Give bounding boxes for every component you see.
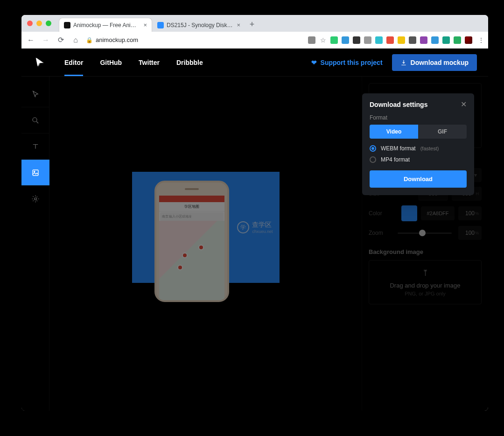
forward-icon[interactable]: → bbox=[41, 36, 50, 44]
label-color: Color bbox=[369, 210, 391, 217]
seg-gif[interactable]: GIF bbox=[418, 125, 467, 139]
watermark-text: 查学区 bbox=[252, 221, 273, 229]
tab-title: Animockup — Free Animated Mockup Maker bbox=[73, 22, 140, 28]
star-icon[interactable]: ☆ bbox=[319, 36, 327, 44]
ext-icon[interactable] bbox=[375, 36, 383, 44]
download-icon bbox=[400, 59, 407, 66]
zoom-input[interactable]: 100% bbox=[458, 226, 482, 240]
download-settings-popover: Download settings ✕ Format Video GIF WEB… bbox=[362, 93, 474, 195]
close-window-icon[interactable] bbox=[27, 21, 33, 26]
ext-icon[interactable] bbox=[330, 36, 338, 44]
bg-dropzone[interactable]: ⤒ Drag and drop your image PNG, or JPG o… bbox=[369, 260, 482, 304]
watermark-sub: chxueu.net bbox=[252, 229, 273, 234]
tool-text[interactable] bbox=[21, 134, 49, 160]
svg-point-3 bbox=[34, 198, 36, 200]
favicon-icon bbox=[64, 22, 70, 28]
color-opacity-input[interactable]: 100% bbox=[458, 206, 482, 220]
nav-github[interactable]: GitHub bbox=[100, 49, 122, 76]
support-label: Support this project bbox=[321, 59, 383, 66]
close-tab-icon[interactable]: × bbox=[234, 21, 240, 28]
upload-icon: ⤒ bbox=[373, 268, 477, 278]
app-header: Editor GitHub Twitter Dribbble ❤ Support… bbox=[21, 49, 488, 77]
close-tab-icon[interactable]: × bbox=[140, 21, 147, 28]
nav-editor[interactable]: Editor bbox=[64, 49, 83, 76]
address-bar[interactable]: 🔒 animockup.com bbox=[86, 36, 138, 43]
option-label: WEBM format bbox=[381, 145, 416, 152]
device-frame: 学区地图 南京 输入小区或地址 bbox=[154, 181, 229, 302]
ext-icon[interactable] bbox=[442, 36, 450, 44]
option-label: MP4 format bbox=[381, 156, 410, 163]
ext-icon[interactable] bbox=[386, 36, 394, 44]
profile-avatar[interactable] bbox=[465, 36, 472, 44]
option-mp4[interactable]: MP4 format bbox=[370, 156, 467, 163]
browser-tab-active[interactable]: Animockup — Free Animated Mockup Maker × bbox=[59, 18, 152, 32]
tab-title: DS215J - Synology DiskStation bbox=[167, 22, 234, 28]
popover-title: Download settings bbox=[370, 101, 427, 108]
ext-icon[interactable] bbox=[353, 36, 360, 44]
slider-thumb[interactable] bbox=[419, 230, 426, 236]
chevron-down-icon: ▾ bbox=[474, 172, 477, 178]
label-format: Format bbox=[370, 114, 467, 121]
color-hex-input[interactable]: #2A8DFF bbox=[421, 206, 455, 220]
minimize-window-icon[interactable] bbox=[36, 21, 42, 26]
nav-twitter[interactable]: Twitter bbox=[139, 49, 160, 76]
download-mockup-button[interactable]: Download mockup bbox=[392, 54, 477, 71]
header-nav: Editor GitHub Twitter Dribbble bbox=[64, 49, 203, 76]
heart-icon: ❤ bbox=[311, 59, 317, 66]
tool-cursor[interactable] bbox=[21, 81, 49, 107]
svg-rect-1 bbox=[33, 170, 38, 176]
svg-point-2 bbox=[34, 171, 35, 172]
favicon-icon bbox=[157, 22, 164, 28]
canvas-watermark: 学 查学区 chxueu.net bbox=[237, 221, 273, 234]
radio-icon bbox=[370, 145, 376, 152]
browser-tabstrip: Animockup — Free Animated Mockup Maker ×… bbox=[21, 15, 488, 32]
zoom-slider[interactable] bbox=[398, 232, 452, 234]
ext-icon[interactable] bbox=[454, 36, 461, 44]
download-button[interactable]: Download bbox=[370, 170, 467, 188]
ext-icon[interactable] bbox=[409, 36, 416, 44]
lock-icon: 🔒 bbox=[86, 37, 93, 43]
svg-point-0 bbox=[33, 118, 37, 122]
extension-icons: ☆ ⋮ bbox=[308, 36, 483, 44]
app-logo[interactable] bbox=[33, 56, 46, 69]
canvas-area[interactable]: 学区地图 南京 输入小区或地址 学 查学区 bbox=[49, 77, 362, 411]
nav-dribbble[interactable]: Dribbble bbox=[176, 49, 203, 76]
close-icon[interactable]: ✕ bbox=[461, 100, 467, 109]
dropzone-label: Drag and drop your image bbox=[373, 282, 477, 289]
ext-icon[interactable] bbox=[420, 36, 427, 44]
radio-icon bbox=[370, 156, 376, 163]
phone-search: 南京 输入小区或地址 bbox=[160, 212, 224, 221]
ext-icon[interactable] bbox=[364, 36, 371, 44]
reload-icon[interactable]: ⟳ bbox=[56, 35, 65, 44]
back-icon[interactable]: ← bbox=[26, 36, 35, 44]
tool-zoom[interactable] bbox=[21, 107, 49, 134]
browser-tab[interactable]: DS215J - Synology DiskStation × bbox=[152, 18, 245, 32]
tool-image[interactable] bbox=[21, 160, 49, 186]
tool-rail bbox=[21, 77, 49, 411]
menu-icon[interactable]: ⋮ bbox=[476, 36, 483, 44]
browser-toolbar: ← → ⟳ ⌂ 🔒 animockup.com ☆ ⋮ bbox=[21, 32, 488, 49]
phone-title: 学区地图 bbox=[159, 202, 224, 211]
label-zoom: Zoom bbox=[369, 230, 391, 236]
window-controls[interactable] bbox=[27, 21, 51, 26]
tool-settings[interactable] bbox=[21, 186, 49, 212]
home-icon[interactable]: ⌂ bbox=[71, 36, 80, 44]
url-text: animockup.com bbox=[96, 36, 138, 43]
option-hint: (fastest) bbox=[420, 146, 439, 151]
new-tab-button[interactable]: + bbox=[245, 18, 259, 31]
seg-video[interactable]: Video bbox=[370, 125, 418, 139]
download-label: Download mockup bbox=[411, 59, 469, 66]
format-segmented: Video GIF bbox=[370, 125, 467, 139]
option-webm[interactable]: WEBM format (fastest) bbox=[370, 145, 467, 152]
section-bg-image: Background image bbox=[369, 248, 482, 255]
ext-icon[interactable] bbox=[398, 36, 405, 44]
support-link[interactable]: ❤ Support this project bbox=[311, 59, 383, 66]
maximize-window-icon[interactable] bbox=[46, 21, 51, 26]
mockup-canvas[interactable]: 学区地图 南京 输入小区或地址 学 查学区 bbox=[132, 172, 280, 283]
browser-window: Animockup — Free Animated Mockup Maker ×… bbox=[21, 15, 488, 411]
ext-icon[interactable] bbox=[342, 36, 349, 44]
translate-icon[interactable] bbox=[308, 36, 315, 44]
watermark-icon: 学 bbox=[237, 221, 249, 233]
color-swatch[interactable] bbox=[401, 205, 417, 221]
ext-icon[interactable] bbox=[431, 36, 439, 44]
